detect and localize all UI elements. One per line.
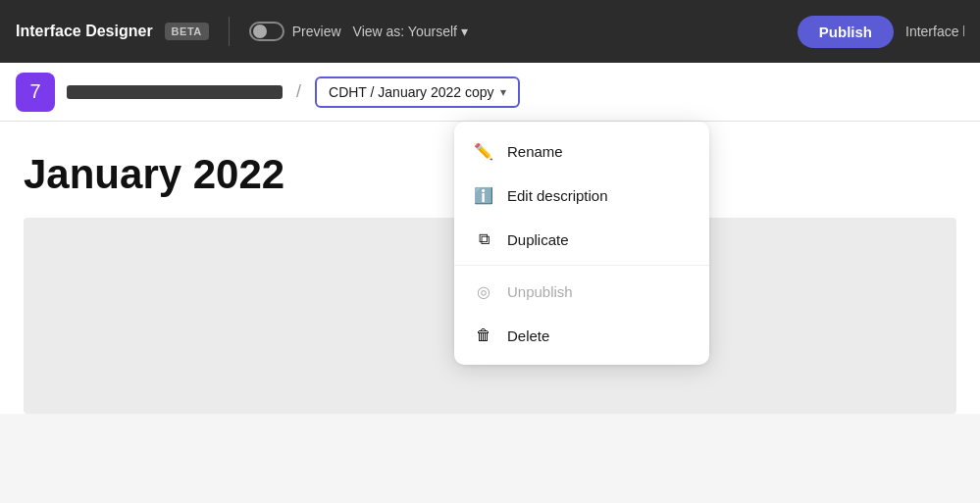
breadcrumb-separator: / — [296, 81, 301, 102]
toggle-dot-inner — [253, 25, 267, 38]
publish-button[interactable]: Publish — [798, 16, 894, 48]
dropdown-item-delete[interactable]: 🗑 Delete — [454, 314, 709, 357]
toggle-switch[interactable] — [249, 22, 284, 41]
eye-off-icon: ◎ — [474, 282, 493, 301]
trash-icon: 🗑 — [474, 327, 493, 344]
nav-divider — [229, 17, 230, 46]
view-as-selector[interactable]: View as: Yourself ▾ — [353, 24, 468, 39]
preview-label: Preview — [292, 24, 341, 39]
delete-label: Delete — [507, 327, 549, 344]
navbar: Interface Designer BETA Preview View as:… — [0, 0, 980, 63]
preview-toggle[interactable]: Preview — [249, 22, 341, 41]
dropdown-item-duplicate[interactable]: ⧉ Duplicate — [454, 218, 709, 261]
breadcrumb-bar: 7 / CDHT / January 2022 copy ▾ — [0, 63, 980, 122]
dropdown-divider — [454, 265, 709, 266]
breadcrumb-blurred-text — [67, 85, 283, 99]
duplicate-label: Duplicate — [507, 231, 569, 248]
beta-badge: BETA — [165, 23, 209, 40]
dropdown-item-rename[interactable]: ✏️ Rename — [454, 129, 709, 174]
interface-selector-label: CDHT / January 2022 copy — [329, 84, 494, 100]
dropdown-item-unpublish: ◎ Unpublish — [454, 270, 709, 314]
calendar-icon: 7 — [16, 73, 55, 112]
interface-selector-chevron: ▾ — [500, 85, 506, 99]
edit-description-label: Edit description — [507, 187, 608, 204]
duplicate-icon: ⧉ — [474, 230, 493, 248]
info-icon: ℹ️ — [474, 186, 493, 205]
view-as-chevron: ▾ — [461, 24, 468, 39]
interface-selector-dropdown[interactable]: CDHT / January 2022 copy ▾ — [315, 76, 520, 108]
dropdown-item-edit-description[interactable]: ℹ️ Edit description — [454, 174, 709, 218]
calendar-number: 7 — [29, 80, 40, 103]
unpublish-label: Unpublish — [507, 283, 573, 300]
interface-label: Interface ha — [905, 24, 964, 39]
app-brand: Interface Designer — [16, 23, 153, 40]
context-dropdown-menu: ✏️ Rename ℹ️ Edit description ⧉ Duplicat… — [454, 122, 709, 365]
pencil-icon: ✏️ — [474, 142, 493, 161]
rename-label: Rename — [507, 143, 563, 160]
view-as-label: View as: Yourself — [353, 24, 457, 39]
